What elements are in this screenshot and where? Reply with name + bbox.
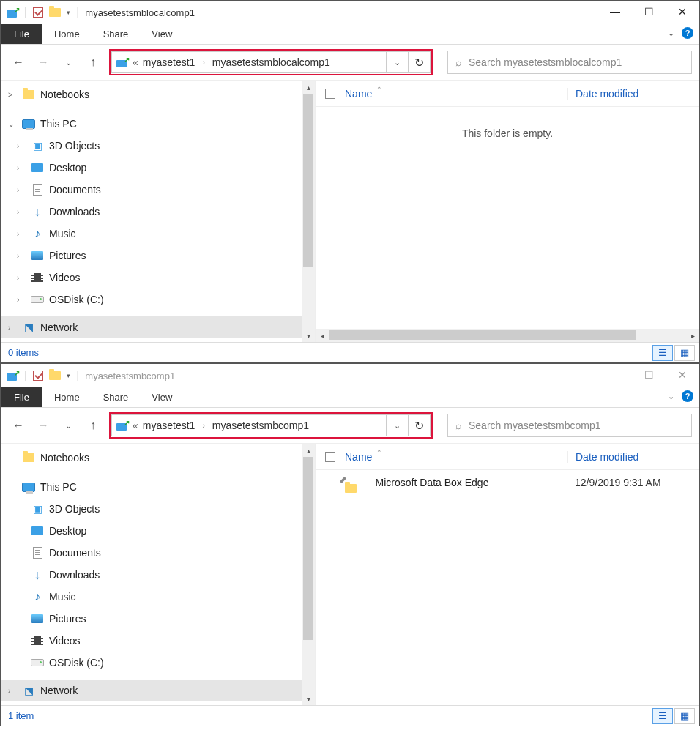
refresh-button[interactable]: ↻ (409, 414, 431, 436)
scroll-thumb[interactable] (303, 94, 313, 267)
refresh-button[interactable]: ↻ (409, 51, 431, 73)
column-header-date[interactable]: Date modified (567, 88, 699, 100)
titlebar[interactable]: ↗ | ▾ | myasetestsmbcomp1 — ☐ ✕ (1, 364, 699, 387)
tree-item-notebooks[interactable]: > Notebooks (1, 83, 302, 105)
recent-locations-button[interactable]: ⌄ (58, 421, 78, 431)
close-button[interactable]: ✕ (666, 364, 699, 386)
minimize-button[interactable]: — (598, 1, 632, 23)
tree-item-3d-objects[interactable]: ▣ 3D Objects (1, 498, 302, 520)
address-dropdown-button[interactable]: ⌄ (386, 415, 408, 436)
select-all-checkbox[interactable] (316, 89, 345, 99)
tree-item-pictures[interactable]: › Pictures (1, 245, 302, 267)
qat-dropdown-icon[interactable]: ▾ (67, 372, 70, 379)
details-view-button[interactable]: ☰ (652, 708, 673, 724)
nav-scrollbar[interactable]: ▴ ▾ (302, 444, 315, 705)
minimize-button[interactable]: — (598, 364, 632, 386)
select-all-checkbox[interactable] (316, 452, 345, 462)
qat-dropdown-icon[interactable]: ▾ (67, 9, 70, 16)
file-list[interactable]: This folder is empty. (316, 107, 699, 329)
back-button[interactable]: ← (8, 56, 29, 69)
tree-item-videos[interactable]: Videos (1, 630, 302, 652)
scroll-up-button[interactable]: ▴ (302, 444, 315, 457)
scroll-down-button[interactable]: ▾ (302, 329, 315, 342)
tree-item-downloads[interactable]: ↓ Downloads (1, 564, 302, 586)
ribbon-minimize-icon[interactable]: ⌄ (668, 29, 674, 38)
address-bar[interactable]: ↗ «myasetest1›myasetestsmbcomp1 ⌄ (111, 414, 409, 436)
titlebar[interactable]: ↗ | ▾ | myasetestsmblocalcomp1 — ☐ ✕ (1, 1, 699, 24)
search-input[interactable]: ⌕ Search myasetestsmbcomp1 (447, 414, 692, 437)
maximize-button[interactable]: ☐ (632, 1, 666, 23)
file-row[interactable]: __Microsoft Data Box Edge__ 12/9/2019 9:… (316, 470, 699, 495)
tree-item-music[interactable]: ♪ Music (1, 586, 302, 608)
help-icon[interactable]: ? (682, 27, 693, 39)
tree-item-notebooks[interactable]: Notebooks (1, 447, 302, 469)
nav-scrollbar[interactable]: ▴ ▾ (302, 81, 315, 342)
chevron-right-icon: › (17, 274, 26, 282)
up-button[interactable]: ↑ (83, 56, 103, 69)
column-header-date[interactable]: Date modified (567, 451, 699, 463)
breadcrumb-segment[interactable]: myasetest1 (143, 56, 196, 68)
tree-view[interactable]: Notebooks This PC ▣ 3D Objects Desktop D… (1, 444, 302, 705)
close-button[interactable]: ✕ (666, 1, 699, 23)
qat-properties-icon[interactable] (33, 371, 43, 381)
back-button[interactable]: ← (8, 419, 29, 432)
breadcrumb-prefix: « (133, 420, 138, 431)
column-header-name[interactable]: Name⌃ (345, 451, 567, 463)
tree-item-network[interactable]: › ⬔ Network (1, 316, 302, 338)
forward-button[interactable]: → (33, 419, 53, 432)
tree-item-documents[interactable]: › Documents (1, 179, 302, 201)
search-input[interactable]: ⌕ Search myasetestsmblocalcomp1 (447, 51, 692, 74)
breadcrumb-prefix: « (133, 56, 138, 68)
maximize-button[interactable]: ☐ (632, 364, 666, 386)
breadcrumb-segment[interactable]: myasetestsmbcomp1 (212, 420, 309, 431)
ribbon-tab-view[interactable]: View (140, 387, 184, 407)
file-list[interactable]: __Microsoft Data Box Edge__ 12/9/2019 9:… (316, 470, 699, 705)
details-view-button[interactable]: ☰ (652, 345, 673, 361)
thumbnails-view-button[interactable]: ▦ (674, 708, 695, 724)
pic-icon (30, 611, 45, 626)
ribbon-tab-home[interactable]: Home (42, 24, 92, 44)
tree-item-osdisk-c-[interactable]: › OSDisk (C:) (1, 288, 302, 310)
tree-item-3d-objects[interactable]: › ▣ 3D Objects (1, 135, 302, 157)
ribbon-tab-share[interactable]: Share (92, 387, 141, 407)
scroll-up-button[interactable]: ▴ (302, 81, 315, 94)
qat-newfolder-icon[interactable] (49, 8, 61, 17)
tree-item-documents[interactable]: Documents (1, 542, 302, 564)
tree-item-music[interactable]: › ♪ Music (1, 223, 302, 245)
scroll-right-button[interactable]: ▸ (686, 332, 699, 340)
tree-view[interactable]: > Notebooks ⌄ This PC › ▣ 3D Objects › D… (1, 81, 302, 342)
ribbon-tab-share[interactable]: Share (92, 24, 141, 44)
thumbnails-view-button[interactable]: ▦ (674, 345, 695, 361)
recent-locations-button[interactable]: ⌄ (58, 58, 78, 67)
ribbon-tab-view[interactable]: View (140, 24, 184, 44)
tree-item-this-pc[interactable]: This PC (1, 476, 302, 498)
tree-item-videos[interactable]: › Videos (1, 267, 302, 288)
tree-item-network[interactable]: › ⬔ Network (1, 680, 302, 701)
3d-icon: ▣ (30, 502, 45, 516)
tree-item-downloads[interactable]: › ↓ Downloads (1, 201, 302, 223)
horizontal-scrollbar[interactable]: ◂ ▸ (316, 329, 699, 342)
ribbon-minimize-icon[interactable]: ⌄ (668, 392, 674, 401)
scroll-down-button[interactable]: ▾ (302, 692, 315, 705)
ribbon-tab-file[interactable]: File (1, 387, 42, 407)
scroll-left-button[interactable]: ◂ (316, 332, 329, 340)
ribbon-tab-file[interactable]: File (1, 24, 42, 44)
qat-properties-icon[interactable] (33, 7, 43, 18)
breadcrumb-segment[interactable]: myasetest1 (143, 420, 196, 431)
tree-item-this-pc[interactable]: ⌄ This PC (1, 113, 302, 135)
breadcrumb-segment[interactable]: myasetestsmblocalcomp1 (212, 56, 330, 68)
address-dropdown-button[interactable]: ⌄ (386, 52, 408, 72)
tree-item-desktop[interactable]: Desktop (1, 520, 302, 542)
tree-item-osdisk-c-[interactable]: OSDisk (C:) (1, 652, 302, 674)
qat-newfolder-icon[interactable] (49, 371, 61, 380)
column-header-name[interactable]: Name⌃ (345, 88, 567, 100)
scroll-thumb[interactable] (329, 330, 636, 340)
up-button[interactable]: ↑ (83, 419, 103, 432)
tree-item-pictures[interactable]: Pictures (1, 608, 302, 630)
ribbon-tab-home[interactable]: Home (42, 387, 92, 407)
address-bar[interactable]: ↗ «myasetest1›myasetestsmblocalcomp1 ⌄ (111, 51, 409, 73)
forward-button[interactable]: → (33, 56, 53, 69)
help-icon[interactable]: ? (682, 390, 693, 402)
scroll-thumb[interactable] (303, 457, 313, 640)
tree-item-desktop[interactable]: › Desktop (1, 157, 302, 179)
